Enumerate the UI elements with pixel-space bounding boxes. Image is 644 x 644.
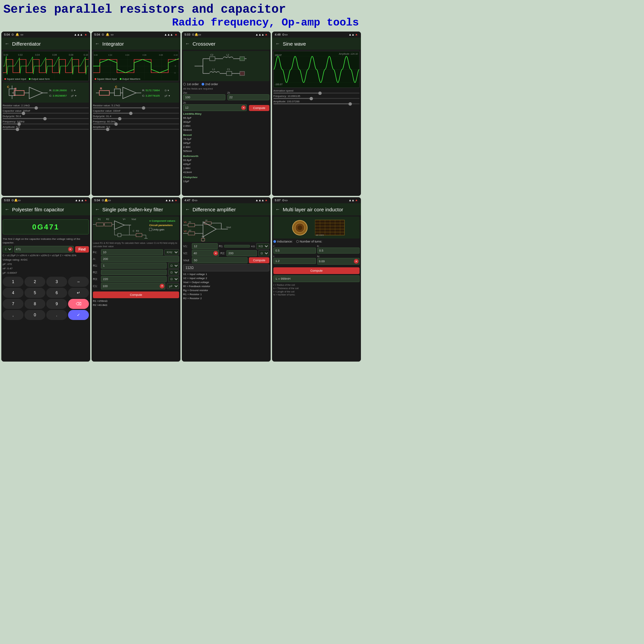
sk-c1-label: C1: <box>93 284 100 288</box>
v2-input[interactable]: 40 <box>192 251 213 256</box>
duty-thumb[interactable] <box>43 117 47 120</box>
cap-voltage-label: Voltage rating: 4VDC <box>3 258 89 261</box>
r1-unit-dropdown[interactable]: KΩ <box>256 243 269 249</box>
calc-7[interactable]: 7 <box>3 299 23 309</box>
order-2nd[interactable]: 2nd order <box>202 83 218 86</box>
svg-text:0.04: 0.04 <box>125 54 129 56</box>
fc-input[interactable]: 10 <box>101 249 163 255</box>
back-arrow-5[interactable]: ← <box>5 207 9 212</box>
anim-speed-slider: Animation speed <box>273 89 360 94</box>
diffamp-compute-btn[interactable]: Compute <box>249 257 269 263</box>
turns-mode[interactable]: Number of turns: <box>296 240 322 243</box>
calc-9[interactable]: 9 <box>46 299 67 309</box>
l-field-group: l: 1.2 <box>273 255 316 265</box>
calc-backspace[interactable]: ⌫ <box>68 299 89 309</box>
sk-r3-input[interactable]: 220 <box>101 276 167 282</box>
inductor-result: L = 999mH <box>273 275 360 282</box>
v2-clear[interactable]: ✕ <box>213 251 218 256</box>
inductance-mode[interactable]: Inductance: <box>273 240 293 243</box>
calc-enter[interactable]: ↵ <box>68 288 89 298</box>
fc-unit[interactable]: KHz <box>164 249 179 255</box>
resistor-fill <box>3 107 37 108</box>
back-arrow-3[interactable]: ← <box>185 41 190 46</box>
r2-unit-dropdown[interactable]: Ω <box>258 250 269 256</box>
ind-l-input[interactable]: 1.2 <box>273 258 316 264</box>
sk-r2-unit[interactable]: Ω <box>168 269 179 275</box>
r-field-group: r: 0.5 <box>273 245 316 254</box>
calc-0[interactable]: 0 <box>24 310 45 320</box>
legend-sq-label-2: Square Wave Input <box>97 78 117 80</box>
capacitor-track[interactable] <box>3 113 89 114</box>
resistor-track[interactable] <box>3 107 89 108</box>
v1-input[interactable]: 12 <box>192 243 218 249</box>
sk-r2-input[interactable] <box>101 270 167 275</box>
crossover-compute-btn[interactable]: Compute <box>249 105 269 111</box>
int-r-label: Resistor value: 5.17kΩ <box>93 104 179 107</box>
r1-row: R1: 1 Ω <box>93 263 179 269</box>
svg-text:0.08: 0.08 <box>159 54 163 56</box>
cap-clear-btn[interactable]: ✕ <box>68 247 73 252</box>
calc-5[interactable]: 5 <box>24 288 45 298</box>
n-field-group: N: 9.69 ✕ <box>317 255 360 265</box>
a-input[interactable]: 200 <box>101 256 179 262</box>
calc-confirm[interactable]: ✓ <box>68 310 89 320</box>
back-arrow-1[interactable]: ← <box>5 41 9 46</box>
radio-2nd-circle[interactable] <box>202 83 204 86</box>
back-arrow-8[interactable]: ← <box>275 207 280 212</box>
sk-c1-unit[interactable]: µF <box>167 283 179 289</box>
calc-comma[interactable]: , <box>3 310 23 320</box>
order-1st[interactable]: 1st order <box>183 83 199 86</box>
calc-2[interactable]: 2 <box>24 277 45 287</box>
ind-r-input[interactable]: 0.5 <box>273 248 316 254</box>
sk-r1-unit[interactable]: Ω <box>168 263 179 269</box>
sk-r3-unit[interactable]: Ω <box>168 276 179 282</box>
r1-input[interactable] <box>224 245 250 248</box>
cap-find-btn[interactable]: Find <box>75 246 89 253</box>
polyester-cap-screen: 5:03 ⊙🔔▭ ▲▲▲🔺 ← Polyester film capacitor… <box>1 197 90 362</box>
zw-input[interactable]: 100 <box>183 94 225 100</box>
calc-4[interactable]: 4 <box>3 288 23 298</box>
time-8: 5:07 <box>275 199 281 202</box>
calc-minus[interactable]: – <box>68 277 89 287</box>
amp-track[interactable] <box>3 129 89 130</box>
calc-6[interactable]: 6 <box>46 288 67 298</box>
back-arrow-6[interactable]: ← <box>95 207 100 212</box>
cap-field-value[interactable]: 471 <box>14 247 67 252</box>
calc-3[interactable]: 3 <box>46 277 67 287</box>
freq-track[interactable] <box>3 123 89 124</box>
freq-thumb[interactable] <box>17 122 21 126</box>
calc-8[interactable]: 8 <box>24 299 45 309</box>
inductor-compute-btn[interactable]: Compute <box>273 267 360 274</box>
bessel-label: Bessel <box>183 133 269 137</box>
back-arrow-2[interactable]: ← <box>95 41 100 46</box>
sk-r1-input[interactable]: 1 <box>101 263 167 269</box>
capacitor-thumb[interactable] <box>22 112 25 115</box>
zt2-clear-btn[interactable]: ✕ <box>241 105 246 110</box>
r2-input[interactable]: 200 <box>226 250 257 256</box>
amp-thumb[interactable] <box>16 128 19 131</box>
zt-input[interactable]: 22 <box>227 94 270 100</box>
sk-c1-value[interactable]: 100 <box>101 283 159 289</box>
duty-track[interactable] <box>3 118 89 119</box>
back-arrow-7[interactable]: ← <box>185 207 190 212</box>
calc-1[interactable]: 1 <box>3 277 23 287</box>
screen-title-4: Sine wave <box>283 41 306 47</box>
calc-dot[interactable]: . <box>46 310 67 320</box>
sk-compute-btn[interactable]: Compute <box>93 291 179 298</box>
turns-radio[interactable] <box>296 240 299 243</box>
sk-c1-clear[interactable]: ✕ <box>160 284 164 288</box>
ind-b-input[interactable]: 0.5 <box>317 248 360 254</box>
ind-n-clear[interactable]: ✕ <box>354 259 359 264</box>
ind-n-input[interactable]: 9.69 <box>318 259 354 264</box>
svg-text:0.08: 0.08 <box>69 54 73 56</box>
vout-input[interactable]: 50 <box>192 257 248 263</box>
int-c-label: Capacitor value: 330nF <box>93 109 179 112</box>
c1-row: C1: 100 ✕ µF <box>93 283 179 289</box>
svg-text:R:: R: <box>49 89 52 92</box>
cap-prefix-dropdown[interactable]: 0G <box>3 246 13 253</box>
back-arrow-4[interactable]: ← <box>275 41 280 46</box>
sk-content: R1 R2 V+ Vout C <box>92 215 180 362</box>
zt2-value[interactable]: 12 <box>183 105 240 110</box>
radio-1st-circle[interactable] <box>183 83 186 86</box>
inductance-radio[interactable] <box>273 240 276 243</box>
